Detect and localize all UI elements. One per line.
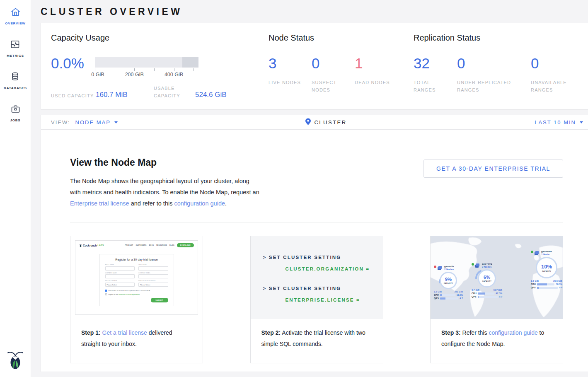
location-pin-icon xyxy=(305,118,311,126)
live-nodes-label: LIVE NODES xyxy=(269,79,306,86)
sidebar-item-label: OVERVIEW xyxy=(5,22,25,25)
sql-command: > SET CLUSTER SETTING xyxy=(263,255,383,260)
sidebar-item-databases[interactable]: DATABASES xyxy=(4,71,27,90)
under-replicated-ranges-stat: 0 UNDER-REPLICATED RANGES xyxy=(457,55,531,94)
replication-status-title: Replication Status xyxy=(414,33,581,43)
step-3-caption: Step 3: Refer this configuration guide t… xyxy=(431,319,563,358)
suspect-nodes-value: 0 xyxy=(312,55,349,72)
capacity-bar-reserved-segment xyxy=(182,57,198,68)
mini-submit-button: SUBMIT xyxy=(151,298,168,302)
view-bar: VIEW: NODE MAP CLUSTER LAST 10 MIN xyxy=(41,115,588,130)
sidebar-item-label: JOBS xyxy=(10,118,21,122)
cockroach-labs-logo: Cockroach LABS xyxy=(79,244,104,247)
sidebar-item-label: METRICS xyxy=(7,54,24,58)
sql-commands-illustration: > SET CLUSTER SETTING CLUSTER.ORGANIZATI… xyxy=(251,236,383,319)
node-status-section: Node Status 3 LIVE NODES 0 SUSPECT NODES… xyxy=(269,33,414,109)
view-label: VIEW: xyxy=(51,119,70,126)
node-stack-icon xyxy=(438,266,442,269)
unavailable-ranges-label: UNAVAILABLE RANGES xyxy=(531,79,581,94)
total-ranges-value: 32 xyxy=(414,55,449,72)
node-map-heading: View the Node Map xyxy=(70,157,261,168)
live-status-dot xyxy=(472,263,474,266)
configuration-guide-link[interactable]: configuration guide xyxy=(489,329,537,336)
capacity-donut: 9% CAPACITY xyxy=(440,272,457,289)
capacity-donut: 10% CAPACITY xyxy=(536,257,557,278)
live-nodes-value: 3 xyxy=(269,55,306,72)
sidebar-item-jobs[interactable]: JOBS xyxy=(10,104,21,122)
sidebar-item-overview[interactable]: OVERVIEW xyxy=(5,7,25,25)
locality-badge-ams: geo=ams 1 Node 10% CAPACITY 3.6 GiB36.6 … xyxy=(531,250,562,289)
usable-capacity-label: USABLE CAPACITY xyxy=(154,85,195,99)
cluster-summary-card: Capacity Usage 0.0% xyxy=(41,23,588,110)
time-range-dropdown[interactable]: LAST 10 MIN xyxy=(535,119,583,126)
view-selector-dropdown[interactable]: NODE MAP xyxy=(75,119,118,126)
mini-register-site: Cockroach LABS PRODUCT CUSTOMERS DOCS RE… xyxy=(75,240,198,315)
mini-select: Please Select xyxy=(138,283,168,287)
metrics-icon xyxy=(10,39,21,51)
mini-nav-item: CUSTOMERS xyxy=(136,244,146,246)
step-1-caption: Step 1: Get a trial license delivered st… xyxy=(70,319,203,358)
node-map-panel: View the Node Map The Node Map shows the… xyxy=(41,130,588,372)
node-status-title: Node Status xyxy=(269,33,414,43)
mini-input xyxy=(138,266,168,271)
enterprise-trial-license-link[interactable]: Enterprise trial license xyxy=(70,200,129,207)
step-1-card: Cockroach LABS PRODUCT CUSTOMERS DOCS RE… xyxy=(70,236,203,363)
dead-nodes-label: DEAD NODES xyxy=(355,79,392,86)
mini-select: Please Select xyxy=(105,283,135,287)
capacity-bar-usable-segment xyxy=(95,57,182,68)
mini-nav-item: RESOURCES xyxy=(156,244,167,246)
node-stack-icon xyxy=(476,263,479,266)
capacity-bar-chart: 0 GiB 200 GiB 400 GiB xyxy=(95,55,198,78)
home-icon xyxy=(10,7,21,19)
page-title: CLUSTER OVERVIEW xyxy=(41,0,588,23)
sidebar: OVERVIEW METRICS DATABASES xyxy=(0,0,31,377)
enterprise-trial-button[interactable]: GET A 30-DAY ENTERPRISE TRIAL xyxy=(423,160,563,178)
step-3-card: geo=sfo 2 Nodes 9% CAPACITY 3.2 GiB351 G… xyxy=(430,236,563,363)
sql-command: > SET CLUSTER SETTING xyxy=(263,286,383,291)
locality-badge-nyc: geo=nyc 2 Nodes 6% CAPACITY 3.7 GiB43.7 … xyxy=(472,263,502,298)
suspect-nodes-stat: 0 SUSPECT NODES xyxy=(312,55,355,94)
capacity-usage-section: Capacity Usage 0.0% xyxy=(51,33,269,109)
capacity-donut: 6% CAPACITY xyxy=(478,269,496,288)
step-2-caption: Step 2: Activate the trial license with … xyxy=(251,319,383,358)
app-window: OVERVIEW METRICS DATABASES xyxy=(0,0,588,377)
main-content: CLUSTER OVERVIEW Capacity Usage 0.0% xyxy=(31,0,588,377)
total-ranges-label: TOTAL RANGES xyxy=(414,79,449,94)
axis-tick-label: 200 GiB xyxy=(125,72,144,77)
capacity-used-percent: 0.0% xyxy=(51,55,95,78)
sql-setting: ENTERPRISE.LICENSE = xyxy=(286,297,383,302)
mini-register-form: Register for a 30-day trial license FIRS… xyxy=(99,254,174,306)
locality-badge-sfo: geo=sfo 2 Nodes 9% CAPACITY 3.2 GiB351 G… xyxy=(434,265,463,300)
get-trial-license-link[interactable]: Get a trial license xyxy=(102,329,147,336)
mini-nav-item: BLOG xyxy=(169,244,174,246)
used-capacity-value: 160.7 MiB xyxy=(96,91,154,99)
mini-checkbox xyxy=(105,293,107,295)
axis-tick-label: 400 GiB xyxy=(165,72,183,77)
description-text: . xyxy=(225,200,227,207)
briefcase-icon xyxy=(10,104,21,116)
unavailable-ranges-value: 0 xyxy=(531,55,581,72)
sidebar-item-metrics[interactable]: METRICS xyxy=(7,39,24,58)
axis-tick-label: 0 GiB xyxy=(91,72,104,77)
total-ranges-stat: 32 TOTAL RANGES xyxy=(414,55,457,94)
cockroach-bug-logo xyxy=(7,349,24,372)
node-map-description: The Node Map shows the geographical layo… xyxy=(70,176,261,209)
node-stack-icon xyxy=(535,251,539,254)
mini-nav-item: PRODUCT xyxy=(125,244,133,246)
capacity-axis-ticks xyxy=(95,68,198,72)
database-icon xyxy=(10,71,21,84)
step-2-card: > SET CLUSTER SETTING CLUSTER.ORGANIZATI… xyxy=(250,236,383,363)
sql-setting: CLUSTER.ORGANIZATION = xyxy=(286,266,383,271)
section-divider xyxy=(70,222,563,222)
mini-download-button: DOWNLOAD xyxy=(177,243,194,247)
chevron-down-icon xyxy=(114,121,118,123)
chevron-down-icon xyxy=(580,121,583,123)
live-nodes-stat: 3 LIVE NODES xyxy=(269,55,312,94)
breadcrumb-cluster: CLUSTER xyxy=(314,119,346,126)
live-status-dot xyxy=(531,251,533,253)
description-text: The Node Map shows the geographical layo… xyxy=(70,178,259,196)
configuration-guide-link[interactable]: configuration guide xyxy=(174,200,225,207)
description-text: and refer to this xyxy=(129,200,174,207)
unavailable-ranges-stat: 0 UNAVAILABLE RANGES xyxy=(531,55,581,94)
sidebar-item-label: DATABASES xyxy=(4,86,27,90)
